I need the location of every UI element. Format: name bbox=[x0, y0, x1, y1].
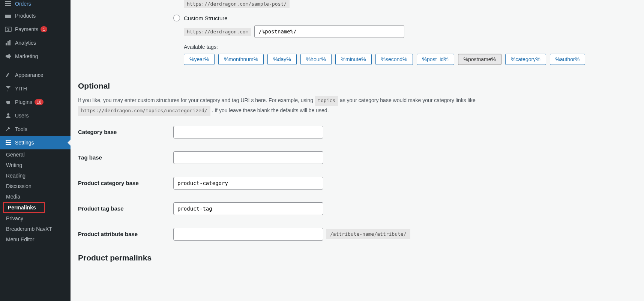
svg-rect-13 bbox=[6, 142, 11, 143]
sidebar-item-label: Products bbox=[15, 13, 36, 19]
sidebar-item-label: YITH bbox=[15, 86, 27, 92]
submenu-item-discussion[interactable]: Discussion bbox=[0, 181, 71, 191]
orders-icon bbox=[5, 0, 12, 8]
submenu-item-privacy[interactable]: Privacy bbox=[0, 213, 71, 224]
yith-icon bbox=[5, 85, 12, 92]
optional-desc-part2: as your category base would make your ca… bbox=[340, 97, 476, 103]
optional-heading: Optional bbox=[78, 81, 636, 90]
svg-rect-9 bbox=[9, 40, 11, 45]
sidebar-item-label: Payments bbox=[15, 26, 38, 32]
sidebar-item-yith[interactable]: YITH bbox=[0, 82, 71, 95]
sidebar-item-orders[interactable]: Orders bbox=[0, 0, 71, 9]
sidebar-item-label: Marketing bbox=[15, 53, 38, 59]
product-category-base-input[interactable] bbox=[173, 177, 323, 190]
marketing-icon bbox=[5, 53, 12, 60]
analytics-icon bbox=[5, 39, 12, 47]
product-attribute-base-input[interactable] bbox=[173, 228, 323, 241]
appearance-icon bbox=[5, 71, 12, 79]
sidebar-item-payments[interactable]: $ Payments 1 bbox=[0, 23, 71, 36]
sidebar-item-plugins[interactable]: Plugins 10 bbox=[0, 95, 71, 109]
admin-sidebar: Orders Products $ Payments 1 Analytics M… bbox=[0, 0, 71, 301]
tag-postname[interactable]: %postname% bbox=[458, 54, 501, 65]
product-category-base-label: Product category base bbox=[78, 180, 173, 186]
sidebar-item-label: Users bbox=[15, 113, 29, 119]
tag-category[interactable]: %category% bbox=[505, 54, 546, 65]
svg-rect-16 bbox=[9, 142, 10, 143]
svg-rect-17 bbox=[7, 144, 8, 145]
svg-rect-2 bbox=[5, 5, 11, 6]
sidebar-item-analytics[interactable]: Analytics bbox=[0, 36, 71, 50]
sidebar-item-settings[interactable]: Settings bbox=[0, 136, 71, 149]
tag-second[interactable]: %second% bbox=[375, 54, 413, 65]
base-url: https://derdragon.com bbox=[184, 28, 251, 36]
users-icon bbox=[5, 112, 12, 119]
submenu-item-writing[interactable]: Writing bbox=[0, 160, 71, 170]
tag-hour[interactable]: %hour% bbox=[300, 54, 332, 65]
svg-rect-8 bbox=[8, 41, 9, 45]
radio-custom-structure-label: Custom Structure bbox=[184, 15, 228, 21]
tag-monthnum[interactable]: %monthnum% bbox=[218, 54, 264, 65]
available-tags: %year% %monthnum% %day% %hour% %minute% … bbox=[173, 54, 636, 65]
submenu-item-menu-editor[interactable]: Menu Editor bbox=[0, 234, 71, 245]
notification-badge: 10 bbox=[35, 99, 44, 105]
svg-rect-4 bbox=[5, 14, 11, 15]
svg-rect-0 bbox=[5, 1, 11, 2]
tag-author[interactable]: %author% bbox=[550, 54, 585, 65]
sidebar-item-label: Analytics bbox=[15, 40, 36, 46]
svg-rect-1 bbox=[5, 3, 11, 4]
sidebar-item-users[interactable]: Users bbox=[0, 109, 71, 122]
sidebar-item-appearance[interactable]: Appearance bbox=[0, 68, 71, 82]
svg-rect-14 bbox=[6, 144, 11, 145]
sidebar-item-products[interactable]: Products bbox=[0, 9, 71, 23]
sidebar-item-label: Settings bbox=[15, 140, 34, 146]
tools-icon bbox=[5, 125, 12, 133]
settings-submenu: General Writing Reading Discussion Media… bbox=[0, 149, 71, 245]
available-tags-label: Available tags: bbox=[173, 44, 636, 50]
product-attribute-base-label: Product attribute base bbox=[78, 231, 173, 237]
sample-permalink-url: https://derdragon.com/sample-post/ bbox=[184, 0, 290, 8]
product-attribute-base-suffix: /attribute-name/attribute/ bbox=[326, 229, 410, 239]
svg-rect-15 bbox=[6, 140, 7, 141]
svg-text:$: $ bbox=[7, 27, 9, 32]
sidebar-item-marketing[interactable]: Marketing bbox=[0, 50, 71, 63]
custom-structure-input[interactable] bbox=[254, 25, 404, 38]
svg-rect-7 bbox=[6, 43, 7, 45]
notification-badge: 1 bbox=[41, 26, 47, 32]
submenu-item-media[interactable]: Media bbox=[0, 191, 71, 202]
main-content: https://derdragon.com/sample-post/ Custo… bbox=[71, 0, 644, 301]
category-base-label: Category base bbox=[78, 129, 173, 135]
product-permalinks-heading: Product permalinks bbox=[78, 253, 636, 262]
svg-rect-10 bbox=[10, 56, 11, 57]
optional-desc-part3: . If you leave these blank the defaults … bbox=[212, 107, 329, 113]
tag-minute[interactable]: %minute% bbox=[335, 54, 372, 65]
category-base-input[interactable] bbox=[173, 126, 323, 138]
sidebar-item-label: Orders bbox=[15, 1, 31, 7]
radio-custom-structure[interactable] bbox=[173, 15, 180, 21]
optional-desc-code2: https://derdragon.com/topics/uncategoriz… bbox=[78, 106, 210, 116]
sidebar-item-label: Tools bbox=[15, 126, 27, 132]
sidebar-item-label: Plugins bbox=[15, 99, 32, 105]
product-tag-base-input[interactable] bbox=[173, 202, 323, 215]
payments-icon: $ bbox=[5, 26, 12, 33]
product-tag-base-label: Product tag base bbox=[78, 205, 173, 212]
tag-base-label: Tag base bbox=[78, 154, 173, 161]
svg-point-11 bbox=[7, 113, 9, 116]
tag-base-input[interactable] bbox=[173, 151, 323, 164]
sidebar-item-tools[interactable]: Tools bbox=[0, 122, 71, 136]
tag-day[interactable]: %day% bbox=[267, 54, 296, 65]
products-icon bbox=[5, 12, 12, 20]
plugins-icon bbox=[5, 98, 12, 106]
sidebar-separator bbox=[0, 63, 71, 68]
tag-year[interactable]: %year% bbox=[184, 54, 215, 65]
optional-desc-code1: topics bbox=[315, 96, 338, 106]
submenu-item-reading[interactable]: Reading bbox=[0, 170, 71, 181]
optional-description: If you like, you may enter custom struct… bbox=[78, 96, 603, 116]
submenu-item-permalinks[interactable]: Permalinks bbox=[3, 202, 45, 213]
optional-desc-part1: If you like, you may enter custom struct… bbox=[78, 97, 315, 103]
submenu-item-general[interactable]: General bbox=[0, 149, 71, 160]
settings-icon bbox=[5, 139, 12, 146]
sidebar-item-label: Appearance bbox=[15, 72, 44, 78]
submenu-item-breadcrumb-navxt[interactable]: Breadcrumb NavXT bbox=[0, 224, 71, 234]
tag-post-id[interactable]: %post_id% bbox=[417, 54, 454, 65]
